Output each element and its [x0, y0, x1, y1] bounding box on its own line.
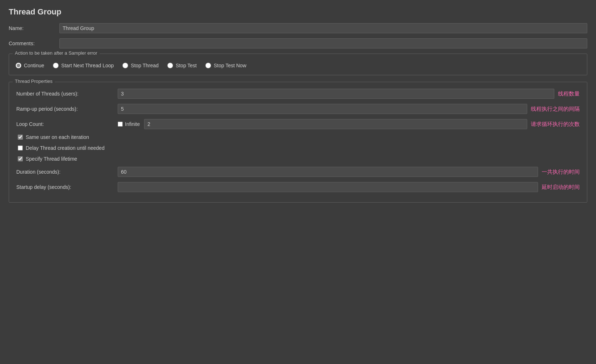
loop-count-input[interactable]: [144, 119, 527, 129]
radio-stop-test-label: Stop Test: [176, 63, 197, 68]
radio-stop-test-now[interactable]: [205, 63, 211, 68]
ramp-up-input[interactable]: [118, 104, 527, 114]
startup-delay-annotation: 延时启动的时间: [542, 184, 580, 191]
name-label: Name:: [9, 25, 59, 31]
same-user-checkbox[interactable]: [18, 135, 23, 140]
name-field-row: Name:: [9, 23, 587, 33]
panel-title: Thread Group: [9, 7, 587, 17]
infinite-label: Infinite: [125, 121, 140, 127]
num-threads-row: Number of Threads (users): 线程数量: [16, 89, 580, 99]
num-threads-input[interactable]: [118, 89, 554, 99]
duration-input[interactable]: [118, 167, 538, 177]
radio-stop-test[interactable]: [167, 63, 173, 68]
comments-field-row: Comments:: [9, 38, 587, 48]
ramp-up-annotation: 线程执行之间的间隔: [531, 106, 580, 113]
thread-group-panel: Thread Group Name: Comments: Action to b…: [0, 0, 596, 216]
radio-start-next-thread-loop-label: Start Next Thread Loop: [61, 63, 114, 68]
infinite-checkbox-wrapper: Infinite: [118, 121, 140, 127]
startup-delay-row: Startup delay (seconds): 延时启动的时间: [16, 182, 580, 192]
delay-thread-label: Delay Thread creation until needed: [26, 145, 105, 151]
duration-annotation: 一共执行的时间: [542, 169, 580, 175]
radio-stop-thread-label: Stop Thread: [131, 63, 159, 68]
startup-delay-label: Startup delay (seconds):: [16, 184, 118, 190]
radio-stop-thread[interactable]: [122, 63, 128, 68]
loop-count-annotation: 请求循环执行的次数: [531, 121, 580, 128]
startup-delay-input[interactable]: [118, 182, 538, 192]
radio-item-stop-thread[interactable]: Stop Thread: [122, 63, 159, 68]
thread-properties-legend: Thread Properties: [13, 79, 55, 84]
specify-lifetime-label: Specify Thread lifetime: [26, 156, 77, 162]
num-threads-annotation: 线程数量: [558, 90, 580, 97]
comments-input[interactable]: [59, 38, 587, 48]
ramp-up-row: Ramp-up period (seconds): 线程执行之间的间隔: [16, 104, 580, 114]
loop-count-label: Loop Count:: [16, 121, 118, 127]
radio-item-continue[interactable]: Continue: [16, 63, 44, 68]
radio-item-start-next-thread-loop[interactable]: Start Next Thread Loop: [53, 63, 114, 68]
radio-group: Continue Start Next Thread Loop Stop Thr…: [16, 59, 580, 70]
comments-label: Comments:: [9, 41, 59, 46]
same-user-row: Same user on each iteration: [16, 134, 580, 140]
radio-item-stop-test[interactable]: Stop Test: [167, 63, 197, 68]
radio-continue-label: Continue: [24, 63, 44, 68]
loop-count-row: Loop Count: Infinite 请求循环执行的次数: [16, 119, 580, 129]
radio-stop-test-now-label: Stop Test Now: [214, 63, 246, 68]
name-input[interactable]: [59, 23, 587, 33]
specify-lifetime-checkbox[interactable]: [18, 156, 23, 161]
specify-lifetime-row: Specify Thread lifetime: [16, 156, 580, 162]
delay-thread-row: Delay Thread creation until needed: [16, 145, 580, 151]
sampler-error-section: Action to be taken after a Sampler error…: [9, 54, 587, 75]
duration-label: Duration (seconds):: [16, 169, 118, 175]
thread-properties-section: Thread Properties Number of Threads (use…: [9, 82, 587, 203]
radio-start-next-thread-loop[interactable]: [53, 63, 59, 68]
radio-item-stop-test-now[interactable]: Stop Test Now: [205, 63, 246, 68]
ramp-up-label: Ramp-up period (seconds):: [16, 106, 118, 112]
duration-row: Duration (seconds): 一共执行的时间: [16, 167, 580, 177]
num-threads-label: Number of Threads (users):: [16, 91, 118, 97]
infinite-checkbox[interactable]: [118, 122, 123, 127]
delay-thread-checkbox[interactable]: [18, 145, 23, 151]
radio-continue[interactable]: [16, 63, 21, 68]
sampler-error-legend: Action to be taken after a Sampler error: [13, 50, 100, 56]
same-user-label: Same user on each iteration: [26, 134, 89, 140]
